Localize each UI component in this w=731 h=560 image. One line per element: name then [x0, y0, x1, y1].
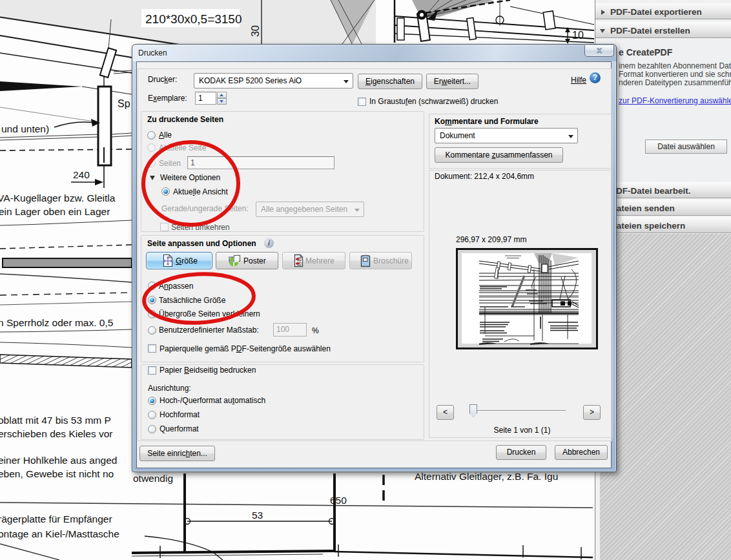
svg-text:rägerplatte für Empfänger: rägerplatte für Empfänger	[0, 513, 112, 524]
svg-text:n Sperrholz oder max. 0,5: n Sperrholz oder max. 0,5	[0, 317, 113, 328]
svg-text:erschieben des Kieles vor: erschieben des Kieles vor	[0, 428, 113, 439]
svg-text:ein Lager oben ein Lager: ein Lager oben ein Lager	[0, 206, 110, 217]
svg-text:Alternativ Gleitlager, z.B. Fa: Alternativ Gleitlager, z.B. Fa. Igu	[415, 471, 558, 482]
svg-text:otwendig: otwendig	[133, 473, 173, 484]
svg-text:53: 53	[252, 510, 263, 521]
svg-text:und unten): und unten)	[1, 123, 49, 134]
svg-text:30: 30	[250, 25, 261, 37]
svg-text:oblatt mit 47 bis 53 mm P: oblatt mit 47 bis 53 mm P	[0, 415, 111, 426]
svg-text:210*30x0,5=3150: 210*30x0,5=3150	[145, 12, 242, 26]
svg-text:650: 650	[330, 495, 347, 506]
svg-text:einer Hohlkehle aus anged: einer Hohlkehle aus anged	[0, 455, 117, 466]
svg-text:eben, Gewebe ist nicht no: eben, Gewebe ist nicht no	[0, 468, 114, 479]
svg-text:Sp: Sp	[118, 98, 130, 109]
svg-text:ontage an Kiel-/Masttasche: ontage an Kiel-/Masttasche	[0, 528, 119, 539]
svg-text:10: 10	[572, 30, 584, 41]
svg-text:240: 240	[73, 169, 90, 180]
svg-text:VA-Kugellager bzw. Gleitla: VA-Kugellager bzw. Gleitla	[0, 192, 116, 203]
